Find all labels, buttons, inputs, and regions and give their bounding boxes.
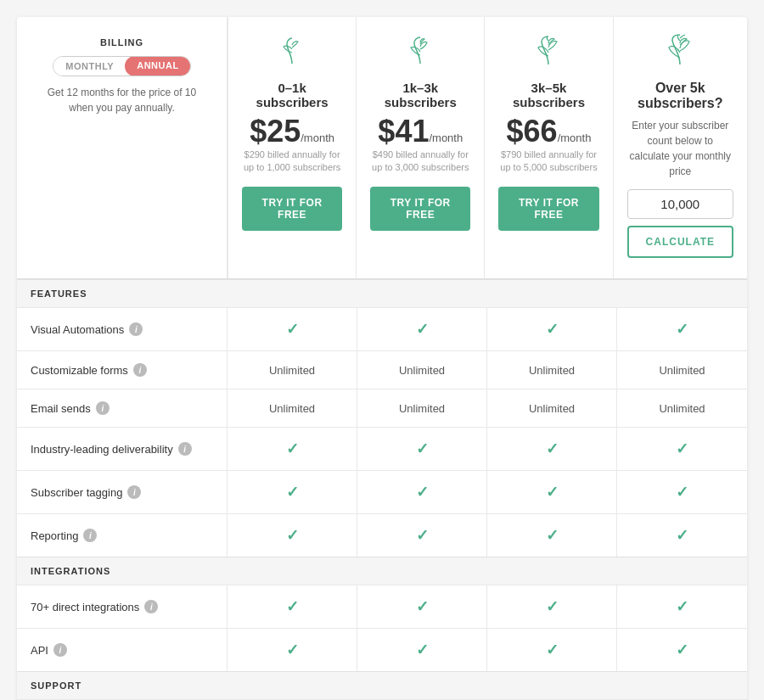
plan-0-1k-note: $290 billed annually for up to 1,000 sub… (242, 148, 342, 175)
plan-3k-5k-note: $790 billed annually for up to 5,000 sub… (498, 148, 598, 175)
plan-0-1k-cta[interactable]: TRY IT FOR FREE (242, 187, 342, 231)
check-icon: ✓ (676, 320, 688, 339)
section-label: SUPPORT (17, 672, 747, 699)
section-header-support: SUPPORT (17, 671, 747, 699)
feature-row: APIi✓✓✓✓ (17, 628, 747, 671)
subscriber-count-input[interactable] (627, 189, 733, 219)
feature-name-cell: Customizable formsi (17, 351, 228, 389)
feature-cell-plan-2: Unlimited (487, 351, 617, 389)
plan-col-3k-5k: 3k–5k subscribers $66/month $790 billed … (484, 17, 612, 278)
plan-3k-5k-period: /month (558, 132, 592, 144)
pricing-table: BILLING MONTHLY ANNUAL Get 12 months for… (17, 17, 747, 700)
plan-0-1k-period: /month (301, 132, 334, 144)
feature-cell-plan-1: ✓ (357, 629, 487, 671)
feature-cell-plan-0: ✓ (228, 308, 357, 350)
info-icon[interactable]: i (178, 442, 192, 456)
feature-cell-plan-0: Unlimited (228, 389, 357, 427)
check-icon: ✓ (416, 526, 429, 545)
check-icon: ✓ (676, 440, 688, 458)
plan-0-1k-subscribers: 0–1k subscribers (242, 81, 342, 109)
info-icon[interactable]: i (96, 401, 110, 415)
check-icon: ✓ (676, 483, 688, 501)
plan-col-0-1k: 0–1k subscribers $25/month $290 billed a… (228, 17, 356, 278)
feature-row: Reportingi✓✓✓✓ (17, 513, 747, 557)
feature-cell-plan-3: Unlimited (617, 351, 747, 389)
info-icon[interactable]: i (83, 529, 97, 542)
feature-row: Industry-leading deliverabilityi✓✓✓✓ (17, 427, 747, 470)
feature-cell-plan-0: ✓ (228, 585, 357, 628)
feature-cell-plan-2: ✓ (487, 514, 617, 557)
feature-cell-plan-3: ✓ (617, 629, 747, 671)
section-header-integrations: INTEGRATIONS (17, 557, 747, 585)
info-icon[interactable]: i (127, 485, 141, 499)
info-icon[interactable]: i (133, 363, 147, 377)
check-icon: ✓ (676, 641, 688, 659)
plan-col-1k-3k: 1k–3k subscribers $41/month $490 billed … (356, 17, 484, 278)
calculate-button[interactable]: CALCULATE (627, 226, 733, 258)
check-icon: ✓ (546, 440, 559, 458)
feature-cell-plan-1: ✓ (357, 514, 487, 557)
feature-cell-plan-1: Unlimited (357, 389, 487, 427)
section-label: FEATURES (17, 280, 747, 307)
check-icon: ✓ (546, 641, 559, 659)
feature-name-text: Visual Automations (31, 323, 124, 336)
check-icon: ✓ (546, 483, 559, 501)
check-icon: ✓ (286, 641, 299, 659)
info-icon[interactable]: i (129, 322, 143, 336)
plan-0-1k-price: $25/month (250, 116, 334, 147)
feature-name-cell: Email sendsi (17, 389, 228, 427)
plan-3k-5k-cta[interactable]: TRY IT FOR FREE (498, 187, 598, 231)
feature-cell-plan-2: Unlimited (487, 389, 617, 427)
check-icon: ✓ (676, 597, 688, 616)
feature-cell-plan-3: ✓ (617, 514, 747, 557)
feature-cell-plan-2: ✓ (487, 428, 617, 470)
feature-row: Visual Automationsi✓✓✓✓ (17, 307, 747, 350)
info-icon[interactable]: i (144, 600, 158, 613)
check-icon: ✓ (286, 483, 299, 501)
feature-cell-plan-1: ✓ (357, 471, 487, 513)
feature-cell-plan-3: ✓ (617, 308, 747, 350)
section-label: INTEGRATIONS (17, 557, 747, 585)
feature-name-cell: 70+ direct integrationsi (17, 585, 228, 628)
info-icon[interactable]: i (53, 643, 67, 657)
billing-label: BILLING (100, 37, 143, 48)
check-icon: ✓ (286, 320, 299, 339)
feature-name-text: API (31, 644, 48, 657)
annual-toggle[interactable]: ANNUAL (125, 56, 190, 76)
plan-1k-3k-subscribers: 1k–3k subscribers (370, 81, 470, 109)
top-section: BILLING MONTHLY ANNUAL Get 12 months for… (17, 17, 747, 279)
feature-name-cell: Industry-leading deliverabilityi (17, 428, 228, 470)
feature-cell-plan-3: Unlimited (617, 389, 747, 427)
feature-name-text: Customizable forms (31, 364, 128, 377)
plan-1k-3k-cta[interactable]: TRY IT FOR FREE (370, 187, 470, 231)
feature-name-cell: Reportingi (17, 514, 228, 557)
check-icon: ✓ (416, 320, 429, 339)
plan-1k-3k-note: $490 billed annually for up to 3,000 sub… (370, 148, 470, 175)
feature-row: Customizable formsiUnlimitedUnlimitedUnl… (17, 350, 747, 389)
check-icon: ✓ (546, 597, 559, 616)
features-table: FEATURESVisual Automationsi✓✓✓✓Customiza… (17, 279, 747, 700)
feature-cell-plan-1: ✓ (357, 308, 487, 350)
feature-cell-plan-2: ✓ (487, 471, 617, 513)
feature-cell-plan-0: ✓ (228, 471, 357, 513)
feature-cell-plan-2: ✓ (487, 585, 617, 628)
feature-name-text: Subscriber tagging (31, 486, 122, 499)
billing-column: BILLING MONTHLY ANNUAL Get 12 months for… (17, 17, 228, 278)
feature-cell-plan-0: ✓ (228, 629, 357, 671)
billing-description: Get 12 months for the price of 10 when y… (34, 85, 210, 115)
feature-row: Subscriber taggingi✓✓✓✓ (17, 470, 747, 513)
plan-icon-0-1k (275, 34, 309, 72)
plan-icon-over-5k (663, 34, 697, 72)
monthly-toggle[interactable]: MONTHLY (53, 57, 126, 76)
feature-cell-plan-0: ✓ (228, 428, 357, 470)
billing-toggle[interactable]: MONTHLY ANNUAL (53, 56, 190, 76)
plan-1k-3k-price-value: $41 (378, 114, 429, 148)
feature-cell-plan-1: ✓ (357, 428, 487, 470)
check-icon: ✓ (286, 526, 299, 545)
check-icon: ✓ (416, 641, 429, 659)
feature-name-text: Industry-leading deliverability (31, 443, 173, 456)
feature-cell-plan-2: ✓ (487, 308, 617, 350)
plan-3k-5k-subscribers: 3k–5k subscribers (498, 81, 598, 109)
check-icon: ✓ (286, 597, 299, 616)
feature-cell-plan-3: ✓ (617, 428, 747, 470)
